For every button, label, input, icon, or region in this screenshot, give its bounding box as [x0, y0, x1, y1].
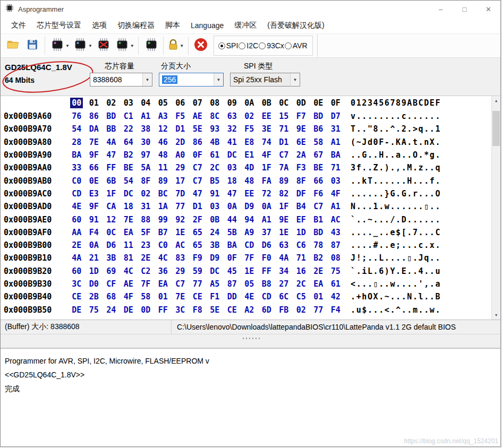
hex-byte[interactable]: B6 — [310, 124, 327, 134]
hex-byte[interactable]: 89 — [275, 176, 293, 186]
hex-byte[interactable]: 87 — [327, 240, 345, 250]
hex-byte[interactable]: A5 — [206, 279, 224, 289]
hex-byte[interactable]: 8F — [293, 176, 310, 186]
hex-row[interactable]: 0x000B9A607686BDC1A1A3F5AE8C6302EE15F7BD… — [1, 110, 500, 123]
hex-byte[interactable]: 61 — [327, 279, 345, 289]
hex-row[interactable]: 0x000B9AA03366FFBE5A1129C72C034D1F7AF3BE… — [1, 161, 500, 174]
vertical-scrollbar[interactable]: ▲ ▼ — [491, 96, 500, 320]
hex-byte[interactable]: 2F — [189, 215, 207, 225]
hex-byte[interactable]: 0A — [86, 240, 103, 250]
hex-byte[interactable]: 63 — [224, 111, 241, 121]
hex-byte[interactable]: 76 — [68, 111, 86, 121]
hex-byte[interactable]: 3B — [206, 240, 224, 250]
hex-byte[interactable]: CD — [68, 189, 86, 199]
hex-byte[interactable]: 5F — [137, 228, 155, 237]
hex-byte[interactable]: D1 — [172, 124, 189, 134]
hex-byte[interactable]: 77 — [189, 279, 207, 289]
hex-byte[interactable]: 99 — [155, 215, 172, 225]
hex-byte[interactable]: 61 — [206, 150, 224, 160]
hex-byte[interactable]: 4E — [68, 202, 86, 211]
hex-byte[interactable]: 83 — [172, 253, 189, 263]
hex-byte[interactable]: 27 — [275, 279, 293, 289]
hex-row[interactable]: 0x000B9AE06091127E8899922F0B4494A19EEFB1… — [1, 213, 500, 226]
hex-row[interactable]: 0x000B9B40CE2B684F58017ECEF1DD4ECD6CC501… — [1, 290, 500, 303]
hex-byte[interactable]: 32 — [224, 124, 241, 134]
hex-byte[interactable]: 3B — [103, 253, 120, 263]
hex-byte[interactable]: 8F — [137, 176, 155, 186]
hex-byte[interactable]: 63 — [275, 240, 293, 250]
hex-byte[interactable]: 4F — [120, 292, 138, 301]
hex-byte[interactable]: D9 — [241, 202, 258, 211]
hex-byte[interactable]: 1F — [103, 189, 120, 199]
hex-byte[interactable]: 2A — [293, 150, 310, 160]
hex-byte[interactable]: 48 — [241, 176, 258, 186]
hex-byte[interactable]: C6 — [293, 240, 310, 250]
hex-byte[interactable]: DC — [120, 189, 138, 199]
hex-byte[interactable]: E1 — [241, 150, 258, 160]
scroll-down-icon[interactable]: ▼ — [492, 311, 500, 320]
hex-byte[interactable]: 91 — [86, 215, 103, 225]
hex-byte[interactable]: A2 — [241, 305, 258, 315]
hex-byte[interactable]: 58 — [310, 137, 327, 147]
hex-byte[interactable]: F6 — [310, 189, 327, 199]
hex-byte[interactable]: F9 — [189, 253, 207, 263]
hex-byte[interactable]: BE — [310, 163, 327, 173]
hex-byte[interactable]: 2E — [137, 253, 155, 263]
hex-byte[interactable]: 28 — [68, 137, 86, 147]
hex-byte[interactable]: 54 — [120, 176, 138, 186]
hex-byte[interactable]: 36 — [155, 266, 172, 276]
hex-row[interactable]: 0x000B9B50DE7524DE0DFF3CF85ECEA26DFB0277… — [1, 303, 500, 316]
hex-byte[interactable]: FA — [258, 176, 276, 186]
hex-byte[interactable]: A3 — [155, 111, 172, 121]
hex-byte[interactable]: 02 — [293, 305, 310, 315]
hex-byte[interactable]: B8 — [258, 279, 276, 289]
hex-byte[interactable]: FF — [155, 305, 172, 315]
hex-byte[interactable]: 59 — [189, 266, 207, 276]
hex-byte[interactable]: 71 — [293, 253, 310, 263]
hex-byte[interactable]: DF — [293, 189, 310, 199]
menu-file[interactable]: 文件 — [6, 19, 31, 32]
hex-byte[interactable]: 1E — [275, 228, 293, 237]
hex-byte[interactable]: 7F — [241, 253, 258, 263]
hex-byte[interactable]: 94 — [241, 215, 258, 225]
save-file-button[interactable] — [23, 36, 42, 56]
hex-byte[interactable]: 34 — [275, 266, 293, 276]
chevron-down-icon[interactable]: ▼ — [180, 44, 184, 48]
hex-byte[interactable]: DD — [224, 292, 241, 301]
hex-byte[interactable]: 7A — [275, 163, 293, 173]
hex-byte[interactable]: CD — [241, 240, 258, 250]
hex-byte[interactable]: FF — [258, 266, 276, 276]
hex-byte[interactable]: 1D — [86, 266, 103, 276]
hex-byte[interactable]: DC — [224, 150, 241, 160]
hex-byte[interactable]: F0 — [258, 253, 276, 263]
hex-byte[interactable]: 12 — [103, 215, 120, 225]
hex-byte[interactable]: 4A — [275, 253, 293, 263]
hex-byte[interactable]: CE — [68, 292, 86, 301]
hex-byte[interactable]: 17 — [172, 176, 189, 186]
hex-byte[interactable]: 1F — [258, 163, 276, 173]
hex-byte[interactable]: 0B — [206, 215, 224, 225]
hex-byte[interactable]: 88 — [137, 215, 155, 225]
hex-byte[interactable]: C0 — [155, 240, 172, 250]
chevron-down-icon[interactable]: ▼ — [214, 73, 223, 86]
hex-byte[interactable]: 08 — [327, 253, 345, 263]
hex-byte[interactable]: 31 — [137, 202, 155, 211]
hex-byte[interactable]: 91 — [206, 189, 224, 199]
hex-byte[interactable]: 7D — [172, 189, 189, 199]
hex-byte[interactable]: CE — [189, 292, 207, 301]
hex-byte[interactable]: BE — [120, 163, 138, 173]
hex-byte[interactable]: 93 — [206, 124, 224, 134]
hex-byte[interactable]: 2B — [86, 292, 103, 301]
menu-buffer[interactable]: 缓冲区 — [229, 19, 262, 32]
hex-byte[interactable]: D1 — [189, 202, 207, 211]
hex-byte[interactable]: 7E — [172, 292, 189, 301]
menu-script[interactable]: 脚本 — [160, 19, 185, 32]
hex-byte[interactable]: 71 — [275, 124, 293, 134]
hex-byte[interactable]: 60 — [68, 215, 86, 225]
hex-byte[interactable]: 47 — [189, 189, 207, 199]
hex-byte[interactable]: 05 — [241, 279, 258, 289]
hex-byte[interactable]: B5 — [206, 176, 224, 186]
hex-byte[interactable]: AC — [172, 240, 189, 250]
hex-row[interactable]: 0x000B9A80287E4A6430462D864B41E874D16E58… — [1, 136, 500, 149]
hex-byte[interactable]: 71 — [327, 163, 345, 173]
